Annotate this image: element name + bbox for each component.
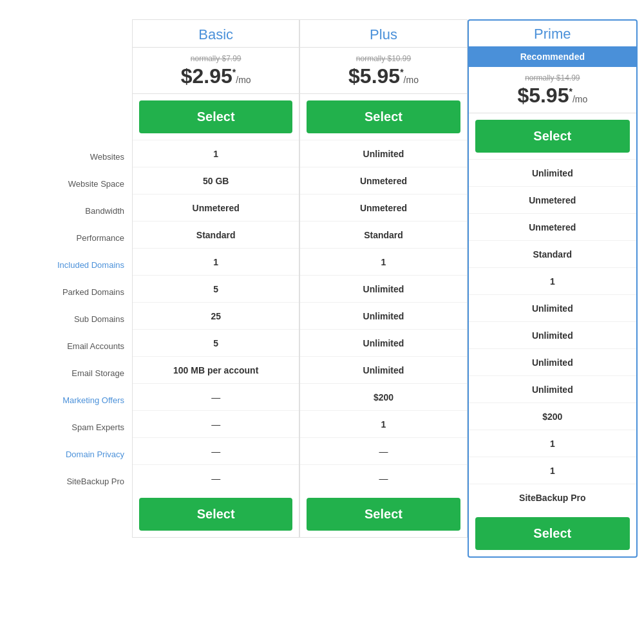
data-cell-plus-10: 1	[300, 410, 466, 437]
feature-label-9[interactable]: Marketing Offers	[6, 386, 132, 413]
data-cell-basic-5: 5	[133, 275, 299, 302]
recommended-badge: Recommended	[469, 46, 636, 67]
data-rows-plus: UnlimitedUnmeteredUnmeteredStandard1Unli…	[300, 140, 466, 491]
data-cell-plus-5: Unlimited	[300, 275, 466, 302]
select-button-bottom-prime[interactable]: Select	[475, 517, 630, 550]
plan-name-plus: Plus	[300, 20, 466, 47]
pricing-wrapper: WebsitesWebsite SpaceBandwidthPerformanc…	[6, 13, 638, 589]
plan-col-basic: Basic normally $7.99 $2.95*/mo Select150…	[132, 19, 299, 538]
price-area-basic: normally $7.99 $2.95*/mo	[133, 47, 299, 94]
data-cell-plus-4: 1	[300, 248, 466, 275]
select-button-bottom-basic[interactable]: Select	[139, 498, 292, 531]
select-button-top-basic[interactable]: Select	[139, 100, 292, 133]
data-cell-prime-3: Standard	[469, 240, 636, 267]
data-cell-basic-4: 1	[133, 248, 299, 275]
data-cell-prime-0: Unlimited	[469, 159, 636, 186]
feature-label-8: Email Storage	[6, 359, 132, 386]
data-cell-basic-9: —	[133, 383, 299, 410]
normal-price-plus: normally $10.99	[300, 54, 466, 63]
data-cell-basic-2: Unmetered	[133, 194, 299, 221]
feature-label-1: Website Space	[6, 170, 132, 197]
normal-price-basic: normally $7.99	[133, 54, 299, 63]
data-cell-plus-2: Unmetered	[300, 194, 466, 221]
feature-label-5: Parked Domains	[6, 278, 132, 305]
feature-label-12: SiteBackup Pro	[6, 468, 132, 495]
data-cell-prime-9: $200	[469, 402, 636, 430]
price-area-plus: normally $10.99 $5.95*/mo	[300, 47, 466, 94]
data-cell-plus-7: Unlimited	[300, 329, 466, 356]
data-cell-plus-3: Standard	[300, 221, 466, 248]
feature-label-6: Sub Domains	[6, 305, 132, 332]
data-cell-basic-10: —	[133, 410, 299, 437]
price-area-prime: normally $14.99 $5.95*/mo	[469, 67, 636, 113]
data-cell-prime-2: Unmetered	[469, 213, 636, 240]
data-rows-basic: 150 GBUnmeteredStandard15255100 MB per a…	[133, 140, 299, 491]
data-cell-prime-12: SiteBackup Pro	[469, 484, 636, 511]
data-cell-basic-12: —	[133, 464, 299, 491]
select-button-bottom-plus[interactable]: Select	[307, 498, 460, 531]
select-button-top-plus[interactable]: Select	[307, 100, 460, 133]
normal-price-prime: normally $14.99	[469, 73, 636, 82]
data-cell-prime-10: 1	[469, 430, 636, 457]
feature-label-14	[6, 522, 132, 549]
feature-label-3: Performance	[6, 224, 132, 251]
data-cell-basic-1: 50 GB	[133, 167, 299, 194]
current-price-plus: $5.95*/mo	[300, 64, 466, 88]
data-cell-prime-6: Unlimited	[469, 321, 636, 348]
plan-col-plus: Plus normally $10.99 $5.95*/mo SelectUnl…	[299, 19, 467, 538]
current-price-basic: $2.95*/mo	[133, 64, 299, 88]
plan-name-prime: Prime	[534, 21, 571, 46]
data-cell-plus-9: $200	[300, 383, 466, 410]
data-cell-prime-1: Unmetered	[469, 186, 636, 213]
data-cell-plus-8: Unlimited	[300, 356, 466, 383]
labels-column: WebsitesWebsite SpaceBandwidthPerformanc…	[6, 19, 132, 589]
data-cell-basic-3: Standard	[133, 221, 299, 248]
feature-label-4[interactable]: Included Domains	[6, 251, 132, 278]
data-cell-plus-12: —	[300, 464, 466, 491]
plan-col-prime: PrimeRecommended normally $14.99 $5.95*/…	[468, 19, 638, 558]
label-spacer-bottom	[6, 549, 132, 589]
feature-label-11[interactable]: Domain Privacy	[6, 440, 132, 468]
data-cell-basic-11: —	[133, 437, 299, 464]
feature-label-7: Email Accounts	[6, 332, 132, 359]
data-cell-prime-5: Unlimited	[469, 294, 636, 321]
data-cell-prime-8: Unlimited	[469, 375, 636, 402]
feature-label-13	[6, 495, 132, 522]
data-cell-prime-11: 1	[469, 457, 636, 484]
data-cell-basic-7: 5	[133, 329, 299, 356]
data-rows-prime: UnlimitedUnmeteredUnmeteredStandard1Unli…	[469, 159, 636, 511]
data-cell-prime-7: Unlimited	[469, 348, 636, 375]
current-price-prime: $5.95*/mo	[469, 84, 636, 108]
data-cell-plus-1: Unmetered	[300, 167, 466, 194]
plan-name-basic: Basic	[133, 20, 299, 47]
data-cell-plus-11: —	[300, 437, 466, 464]
data-cell-plus-0: Unlimited	[300, 140, 466, 167]
feature-label-2: Bandwidth	[6, 197, 132, 224]
feature-label-0: Websites	[6, 143, 132, 170]
data-cell-basic-8: 100 MB per account	[133, 356, 299, 383]
label-spacer-top	[6, 103, 132, 143]
select-button-top-prime[interactable]: Select	[475, 120, 630, 153]
plans-area: Basic normally $7.99 $2.95*/mo Select150…	[132, 19, 638, 589]
data-cell-basic-6: 25	[133, 302, 299, 329]
data-cell-basic-0: 1	[133, 140, 299, 167]
feature-label-10: Spam Experts	[6, 413, 132, 440]
data-cell-prime-4: 1	[469, 267, 636, 294]
data-cell-plus-6: Unlimited	[300, 302, 466, 329]
